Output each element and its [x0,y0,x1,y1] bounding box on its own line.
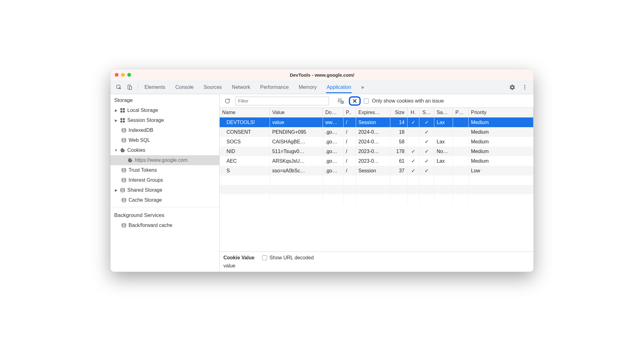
cell-http: ✓ [407,166,419,175]
cell-name: NID [220,146,270,156]
tab-performance[interactable]: Performance [260,81,290,93]
svg-point-3 [524,85,525,86]
inspect-element-icon[interactable] [114,83,124,92]
sidebar-item-indexeddb[interactable]: IndexedDB [110,125,219,135]
sidebar-item-label: Session Storage [127,118,164,123]
table-row[interactable]: Ssso=sA0bSc….go…/Session37✓✓Low [220,166,534,175]
cell-secure: ✓ [419,146,434,156]
svg-rect-9 [123,111,125,113]
kebab-menu-icon[interactable] [519,82,530,92]
svg-rect-2 [129,86,132,90]
tab-console[interactable]: Console [175,81,194,93]
cell-http [407,127,419,137]
sidebar-item-session-storage[interactable]: ▶ Session Storage [110,115,219,125]
cell-name: AEC [220,156,270,166]
table-row[interactable]: DEVTOOLS!valueww…/Session14✓✓LaxMedium [220,118,534,127]
tab-sources[interactable]: Sources [203,81,222,93]
svg-point-14 [122,128,126,130]
clear-all-filter-icon[interactable] [335,96,346,106]
cell-partitionkey [453,146,468,156]
tabs-overflow-icon[interactable]: » [360,81,364,93]
sidebar-item-label: Web SQL [129,137,150,143]
sidebar-item-label: Trust Tokens [129,167,157,173]
main-area: Storage ▶ Local Storage ▶ Session Storag… [110,94,534,272]
svg-rect-6 [120,108,122,110]
table-row-empty [220,185,534,194]
col-domain[interactable]: Do… [323,108,343,118]
col-http[interactable]: H. [407,108,419,118]
tab-elements[interactable]: Elements [144,81,166,93]
tab-network[interactable]: Network [231,81,251,93]
cell-samesite: Lax [434,156,453,166]
device-toolbar-icon[interactable] [124,83,135,92]
col-priority[interactable]: Priority [468,108,534,118]
col-size[interactable]: Size [390,108,407,118]
refresh-icon[interactable] [223,97,232,105]
cell-value: ARSKqsJsU… [270,156,323,166]
sidebar-item-websql[interactable]: Web SQL [110,135,219,145]
cell-partitionkey [453,118,468,127]
cell-expires: 2023-0… [356,146,390,156]
cell-samesite [434,166,453,175]
sidebar-item-cookie-origin[interactable]: https://www.google.com [110,155,219,165]
url-decoded-checkbox[interactable] [262,255,267,260]
sidebar-item-interest-groups[interactable]: Interest Groups [110,175,219,185]
chevron-right-icon: ▶ [114,108,118,113]
col-samesite[interactable]: Sa… [434,108,453,118]
svg-rect-11 [123,118,125,120]
sidebar-item-trust-tokens[interactable]: Trust Tokens [110,165,219,175]
sidebar-item-cookies[interactable]: ▼ Cookies [110,145,219,155]
svg-point-22 [122,168,126,170]
cell-value: value [270,118,323,127]
delete-selected-button[interactable] [349,96,361,106]
sidebar-item-shared-storage[interactable]: ▶ Shared Storage [110,185,219,195]
filter-input[interactable] [235,97,329,105]
cell-priority: Medium [468,118,534,127]
cell-domain: .go… [323,137,343,146]
cell-partitionkey [453,166,468,175]
database-icon [121,198,127,202]
col-secure[interactable]: S… [419,108,434,118]
cell-size: 18 [390,127,407,137]
gear-icon[interactable] [507,82,518,92]
cell-expires: 2023-0… [356,156,390,166]
col-expires[interactable]: Expires… [356,108,390,118]
sidebar-item-local-storage[interactable]: ▶ Local Storage [110,105,219,115]
cell-domain: .go… [323,146,343,156]
grid-icon [120,108,125,113]
devtools-toolbar: Elements Console Sources Network Perform… [110,80,534,94]
tab-memory[interactable]: Memory [298,81,317,93]
cell-samesite: No… [434,146,453,156]
col-name[interactable]: Name [220,108,270,118]
cell-path: / [343,127,356,137]
sidebar-item-cache-storage[interactable]: Cache Storage [110,195,219,205]
col-value[interactable]: Value [270,108,323,118]
table-row[interactable]: CONSENTPENDING+095.go…/2024-0…18✓Medium [220,127,534,137]
devtools-window: DevTools - www.google.com/ Elements Cons… [110,69,534,272]
table-row[interactable]: SOCSCAISHAgBE….go…/2024-0…58✓LaxMedium [220,137,534,146]
svg-rect-8 [120,111,122,113]
svg-point-17 [122,151,123,151]
only-issue-checkbox[interactable] [364,98,369,103]
cell-path: / [343,137,356,146]
sidebar-item-bf-cache[interactable]: Back/forward cache [110,220,219,230]
table-row[interactable]: NID511=Tsugv0….go…/2023-0…178✓✓No…Medium [220,146,534,156]
svg-point-24 [121,188,124,190]
table-row[interactable]: AECARSKqsJsU….go…/2023-0…61✓✓LaxMedium [220,156,534,166]
svg-rect-13 [123,121,125,122]
cell-secure: ✓ [419,137,434,146]
svg-rect-12 [120,121,122,122]
database-icon [121,138,127,142]
svg-rect-10 [120,118,122,120]
cell-size: 37 [390,166,407,175]
tab-application[interactable]: Application [326,81,352,93]
col-partitionkey[interactable]: P… [453,108,468,118]
cell-http: ✓ [407,118,419,127]
cell-path: / [343,118,356,127]
database-icon [121,128,127,132]
svg-point-15 [122,138,126,140]
grid-icon [120,118,125,122]
col-path[interactable]: P.. [343,108,356,118]
database-icon [121,178,127,182]
cell-partitionkey [453,137,468,146]
